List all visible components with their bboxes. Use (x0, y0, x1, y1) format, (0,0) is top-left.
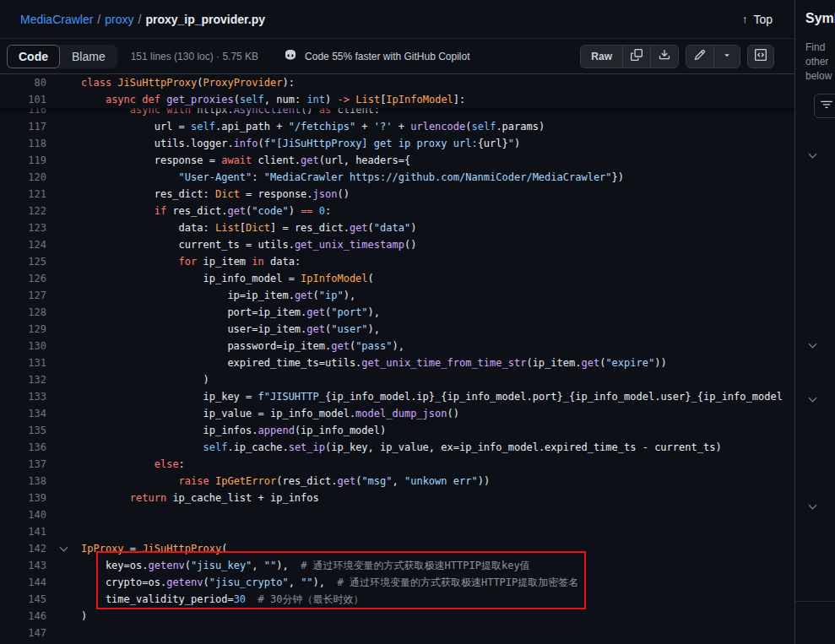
raw-copy-download-group: Raw (580, 45, 679, 68)
code-line-143: 143 key=os.getenv("jisu_key", ""), # 通过环… (0, 557, 794, 574)
toolbar-right-controls: Raw (580, 45, 774, 68)
gutter-space (46, 321, 81, 338)
code-line-125: 125 for ip_item in data: (0, 253, 794, 270)
tab-code[interactable]: Code (7, 45, 60, 68)
gutter-space (46, 388, 81, 405)
code-line-138: 138 raise IpGetError(res_dict.get("msg",… (0, 473, 794, 490)
symbol-group-chevron-down-icon[interactable] (809, 340, 817, 349)
symbols-description-line: Find (805, 41, 832, 55)
gutter-space (46, 169, 81, 186)
breadcrumb-repo-link[interactable]: MediaCrawler (20, 13, 93, 26)
download-icon (659, 49, 670, 63)
line-number-145[interactable]: 145 (0, 591, 46, 608)
symbols-panel-title: Symbols (805, 11, 835, 26)
file-view-main: MediaCrawler / proxy / proxy_ip_provider… (0, 0, 794, 644)
line-number-117[interactable]: 117 (0, 118, 46, 135)
sidebar-divider (795, 601, 835, 602)
line-number-123[interactable]: 123 (0, 219, 46, 236)
line-number-146[interactable]: 146 (0, 608, 46, 625)
tab-blame[interactable]: Blame (60, 45, 117, 68)
line-number-124[interactable]: 124 (0, 236, 46, 253)
line-number-119[interactable]: 119 (0, 152, 46, 169)
line-number-127[interactable]: 127 (0, 287, 46, 304)
code-text: return ip_cache_list + ip_infos (81, 490, 319, 506)
line-number-132[interactable]: 132 (0, 371, 46, 388)
code-text: "User-Agent": "MediaCrawler https://gith… (81, 169, 624, 186)
gutter-space (46, 354, 81, 371)
edit-file-button[interactable] (686, 46, 713, 68)
code-text: utils.logger.info(f"[JiSuHttpProxy] get … (81, 135, 520, 152)
line-number-128[interactable]: 128 (0, 304, 46, 321)
symbol-group-chevron-down-icon[interactable] (809, 394, 817, 403)
gutter-space (46, 219, 81, 236)
line-number-121[interactable]: 121 (0, 186, 46, 203)
line-number-136[interactable]: 136 (0, 439, 46, 456)
edit-button-group (686, 45, 740, 68)
code-line-118: 118 utils.logger.info(f"[JiSuHttpProxy] … (0, 135, 794, 152)
code-line-131: 131 expired_time_ts=utils.get_unix_time_… (0, 354, 794, 371)
code-text: class JiSuHttpProxy(ProxyProvider): (81, 74, 295, 91)
raw-button[interactable]: Raw (581, 46, 622, 68)
line-number-141[interactable]: 141 (0, 523, 46, 540)
code-square-icon (755, 49, 767, 63)
code-line-123: 123 data: List[Dict] = res_dict.get("dat… (0, 219, 794, 236)
code-line-130: 130 password=ip_item.get("pass"), (0, 338, 794, 354)
filter-symbols-button[interactable] (814, 94, 835, 118)
gutter-space (46, 557, 81, 574)
line-number-143[interactable]: 143 (0, 557, 46, 574)
line-number-129[interactable]: 129 (0, 321, 46, 338)
line-number-120[interactable]: 120 (0, 169, 46, 186)
copy-raw-button[interactable] (622, 46, 650, 68)
line-number-135[interactable]: 135 (0, 422, 46, 439)
gutter-space (46, 74, 81, 91)
symbols-panel-toggle-button[interactable] (747, 45, 774, 68)
line-number-80[interactable]: 80 (0, 74, 46, 91)
line-number-130[interactable]: 130 (0, 338, 46, 354)
code-lines: 116 async with httpx.AsyncClient() as cl… (0, 74, 794, 641)
code-text: url = self.api_path + "/fetchips" + '?' … (81, 118, 545, 135)
line-number-147[interactable]: 147 (0, 625, 46, 641)
scroll-to-top-button[interactable]: ↑ Top (742, 13, 773, 26)
line-number-122[interactable]: 122 (0, 203, 46, 219)
gutter-space (46, 287, 81, 304)
file-toolbar: Code Blame 151 lines (130 loc) · 5.75 KB… (0, 39, 794, 74)
symbols-sidebar: Symbols Find other below (794, 0, 835, 644)
line-number-142[interactable]: 142 (0, 540, 46, 557)
gutter-space (46, 591, 81, 608)
line-number-101[interactable]: 101 (0, 91, 46, 108)
code-text: port=ip_item.get("port"), (81, 304, 380, 321)
gutter-space (46, 91, 81, 108)
line-number-118[interactable]: 118 (0, 135, 46, 152)
line-number-125[interactable]: 125 (0, 253, 46, 270)
code-text: IpProxy = JiSuHttpProxy( (81, 540, 227, 557)
line-number-140[interactable]: 140 (0, 506, 46, 523)
code-line-146: 146) (0, 608, 794, 625)
code-text: time_validity_period=30 # 30分钟（最长时效） (81, 591, 363, 608)
code-text: res_dict: Dict = response.json() (81, 186, 350, 203)
code-line-144: 144 crypto=os.getenv("jisu_crypto", ""),… (0, 574, 794, 591)
line-number-137[interactable]: 137 (0, 456, 46, 473)
line-number-126[interactable]: 126 (0, 270, 46, 287)
collapse-chevron-icon[interactable] (60, 543, 68, 551)
breadcrumb-folder-link[interactable]: proxy (105, 13, 133, 26)
code-text: user=ip_item.get("user"), (81, 321, 380, 338)
symbol-group-chevron-down-icon[interactable] (809, 150, 817, 159)
line-number-131[interactable]: 131 (0, 354, 46, 371)
gutter-space (46, 270, 81, 287)
line-number-139[interactable]: 139 (0, 490, 46, 506)
code-text: if res_dict.get("code") == 0: (81, 203, 331, 219)
line-number-144[interactable]: 144 (0, 574, 46, 591)
line-number-138[interactable]: 138 (0, 473, 46, 490)
symbols-description: Find other below (805, 41, 832, 84)
breadcrumb-separator: / (97, 13, 100, 26)
gutter-space (46, 490, 81, 506)
symbol-group-chevron-down-icon[interactable] (809, 501, 817, 510)
line-number-133[interactable]: 133 (0, 388, 46, 405)
code-line-126: 126 ip_info_model = IpInfoModel( (0, 270, 794, 287)
code-text: ) (81, 371, 209, 388)
line-number-134[interactable]: 134 (0, 405, 46, 422)
code-line-129: 129 user=ip_item.get("user"), (0, 321, 794, 338)
edit-dropdown-button[interactable] (713, 46, 740, 68)
code-text: else: (81, 456, 185, 473)
download-raw-button[interactable] (650, 46, 678, 68)
